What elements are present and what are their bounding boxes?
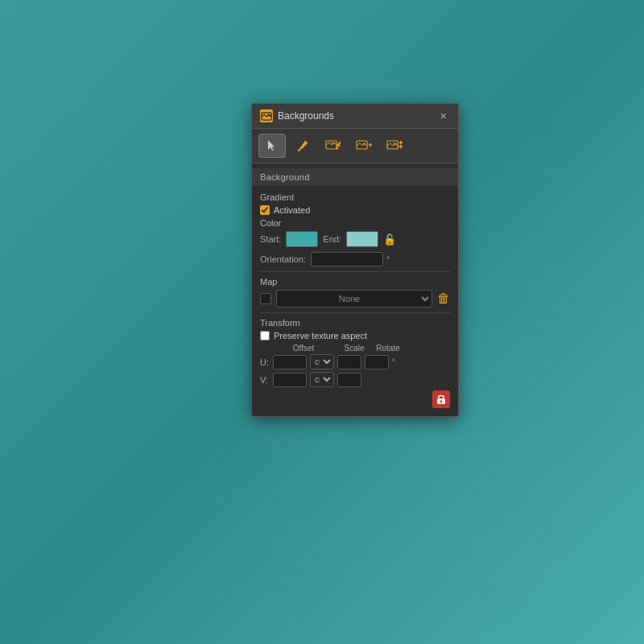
transform-section: Transform Preserve texture aspect Offset… — [260, 318, 450, 408]
eyedropper-tool-button[interactable] — [289, 134, 316, 158]
svg-marker-3 — [268, 140, 275, 151]
divider-2 — [260, 312, 450, 313]
svg-point-20 — [440, 400, 442, 402]
map-trash-icon[interactable]: 🗑 — [437, 291, 450, 306]
v-label: V: — [260, 375, 270, 385]
dialog-title: Backgrounds — [278, 110, 334, 122]
map-section: Map None 🗑 — [260, 277, 450, 308]
preserve-aspect-row: Preserve texture aspect — [260, 331, 450, 341]
title-bar-left: Backgrounds — [260, 109, 334, 122]
divider-1 — [260, 271, 450, 272]
lock-button[interactable] — [432, 390, 450, 408]
map-select[interactable]: None — [276, 290, 432, 308]
color-section: Color Start: End: 🔓 — [260, 218, 450, 247]
activated-label: Activated — [274, 205, 310, 215]
activated-row: Activated — [260, 205, 450, 215]
v-unit-select[interactable]: cm — [310, 372, 334, 387]
column-headers: Offset Scale Rotate — [260, 344, 450, 353]
orientation-row: Orientation: 90 ° — [260, 252, 450, 266]
start-color-swatch[interactable] — [286, 231, 318, 247]
orientation-input-wrap: 90 ° — [311, 252, 390, 266]
v-offset-input[interactable]: 0 — [273, 373, 307, 387]
dialog-icon — [260, 109, 273, 122]
map-checkbox[interactable] — [260, 293, 271, 304]
color-lock-icon[interactable]: 🔓 — [383, 233, 396, 246]
svg-point-10 — [363, 143, 365, 145]
v-row: V: 0 cm 1 — [260, 372, 450, 387]
edit-tool-button[interactable] — [320, 134, 347, 158]
background-section-header: Background — [252, 168, 458, 186]
map-row: None 🗑 — [260, 290, 450, 308]
u-unit-select[interactable]: cm — [310, 354, 334, 369]
v-scale-input[interactable]: 1 — [337, 373, 361, 387]
u-rotate-input[interactable]: 0 — [365, 355, 389, 369]
preserve-aspect-label: Preserve texture aspect — [274, 331, 367, 341]
u-row: U: 0 cm 1 0 ° — [260, 354, 450, 369]
end-color-swatch[interactable] — [346, 231, 378, 247]
lock-row — [260, 390, 450, 408]
color-label: Color — [260, 218, 450, 228]
svg-point-7 — [332, 142, 333, 144]
rotate-header: Rotate — [373, 344, 403, 353]
svg-point-5 — [298, 149, 300, 151]
title-bar: Backgrounds × — [252, 104, 458, 129]
u-rotate-unit: ° — [392, 357, 395, 366]
orientation-label: Orientation: — [260, 254, 306, 264]
preserve-aspect-checkbox[interactable] — [260, 331, 270, 341]
end-label: End: — [323, 234, 341, 244]
transform-label: Transform — [260, 318, 450, 328]
select-tool-button[interactable] — [258, 134, 286, 158]
svg-point-2 — [268, 114, 270, 117]
u-scale-input[interactable]: 1 — [337, 355, 361, 369]
degree-symbol: ° — [386, 254, 390, 264]
toolbar — [252, 129, 458, 163]
svg-point-14 — [394, 143, 395, 145]
activated-checkbox[interactable] — [260, 205, 270, 215]
add-image-tool-button[interactable] — [350, 134, 378, 158]
close-button[interactable]: × — [437, 109, 450, 123]
add-plus-tool-button[interactable] — [381, 134, 408, 158]
color-row: Start: End: 🔓 — [260, 231, 450, 247]
u-label: U: — [260, 357, 270, 367]
scale-header: Scale — [339, 344, 369, 353]
map-label: Map — [260, 277, 450, 287]
orientation-input[interactable]: 90 — [311, 252, 383, 266]
backgrounds-dialog: Backgrounds × — [251, 103, 459, 417]
dialog-content: Background Gradient Activated Color Star… — [252, 163, 458, 416]
u-offset-input[interactable]: 0 — [273, 355, 307, 369]
gradient-label: Gradient — [260, 192, 450, 202]
start-label: Start: — [260, 234, 281, 244]
offset-header: Offset — [271, 344, 336, 353]
